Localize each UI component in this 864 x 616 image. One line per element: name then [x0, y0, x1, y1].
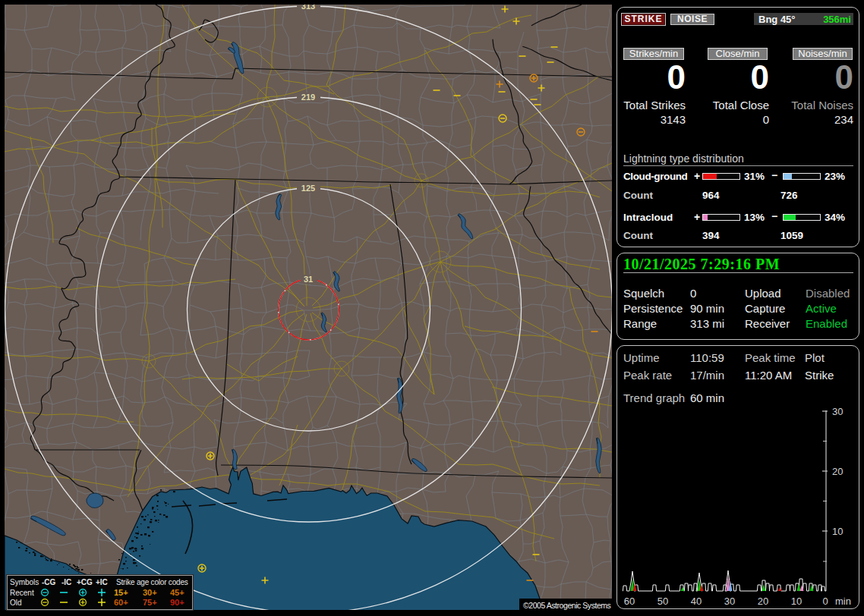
svg-text:50: 50 [657, 596, 668, 607]
svg-text:10: 10 [832, 526, 843, 537]
svg-text:125: 125 [301, 184, 315, 193]
svg-text:313: 313 [301, 5, 315, 11]
svg-text:219: 219 [301, 93, 315, 102]
svg-text:10: 10 [791, 596, 802, 607]
svg-text:60: 60 [624, 596, 635, 607]
svg-text:20: 20 [832, 466, 843, 477]
svg-text:40: 40 [691, 596, 702, 607]
svg-text:min: min [835, 596, 851, 607]
svg-text:30: 30 [724, 596, 735, 607]
svg-text:30: 30 [832, 406, 843, 417]
svg-text:0: 0 [822, 596, 828, 607]
svg-text:31: 31 [304, 275, 313, 284]
svg-text:20: 20 [758, 596, 768, 607]
